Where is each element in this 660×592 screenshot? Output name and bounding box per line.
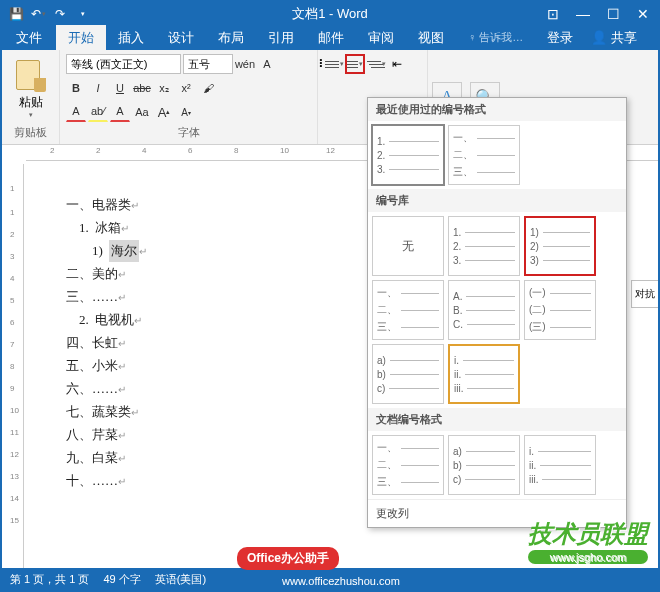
close-button[interactable]: ✕ (628, 2, 658, 25)
numbering-option-cn-caesura[interactable]: 一、二、三、 (372, 435, 444, 495)
numbering-option-abc-upper[interactable]: A.B.C. (448, 280, 520, 340)
ruler-vertical[interactable]: 1 1 2 3 4 5 6 7 8 9 10 11 12 13 14 15 (4, 164, 24, 568)
recent-header: 最近使用过的编号格式 (368, 98, 626, 121)
tab-references[interactable]: 引用 (256, 25, 306, 50)
paste-button[interactable]: 粘贴 ▾ (8, 52, 53, 119)
titlebar: 💾 ↶▾ ↷ ▾ 文档1 - Word ⊡ — ☐ ✕ (2, 2, 658, 25)
tab-home[interactable]: 开始 (56, 25, 106, 50)
watermark-jsgho: 技术员联盟 www.jsgho.com (528, 518, 648, 564)
font-color-2[interactable]: A (110, 102, 130, 122)
tab-mail[interactable]: 邮件 (306, 25, 356, 50)
font-name-combo[interactable]: 等线 (西文正文) (66, 54, 181, 74)
page-status[interactable]: 第 1 页，共 1 页 (10, 572, 89, 587)
doc-formats-header: 文档编号格式 (368, 408, 626, 431)
numbering-option-none[interactable]: 无 (372, 216, 444, 276)
undo-icon[interactable]: ↶▾ (30, 6, 46, 22)
shrink-font-button[interactable]: A▾ (176, 102, 196, 122)
tab-view[interactable]: 视图 (406, 25, 456, 50)
tell-me[interactable]: ♀ 告诉我… (456, 25, 535, 50)
numbering-option-num-dot[interactable]: 1.2.3. (448, 216, 520, 276)
numbering-button[interactable]: ▾ (345, 54, 365, 74)
tab-layout[interactable]: 布局 (206, 25, 256, 50)
numbering-option-cn-paren[interactable]: (一)(二)(三) (524, 280, 596, 340)
redo-icon[interactable]: ↷ (52, 6, 68, 22)
group-clipboard: 粘贴 ▾ 剪贴板 (2, 50, 60, 144)
clear-format-button[interactable]: 🖌 (198, 78, 218, 98)
ribbon-tabs: 文件 开始 插入 设计 布局 引用 邮件 审阅 视图 ♀ 告诉我… 登录 👤 共… (2, 25, 658, 50)
font-label: 字体 (66, 125, 311, 142)
numbering-option-num-paren[interactable]: 1)2)3) (524, 216, 596, 276)
bold-button[interactable]: B (66, 78, 86, 98)
bullets-button[interactable]: ▾ (324, 54, 344, 74)
numbering-option-cn-caesura[interactable]: 一、二、三、 (372, 280, 444, 340)
grow-font-button[interactable]: A▴ (154, 102, 174, 122)
strike-button[interactable]: abc (132, 78, 152, 98)
tab-file[interactable]: 文件 (2, 25, 56, 50)
tab-review[interactable]: 审阅 (356, 25, 406, 50)
numbering-option-cn-caesura[interactable]: 一、二、三、 (448, 125, 520, 185)
highlight-button[interactable]: ab⁄ (88, 102, 108, 122)
save-icon[interactable]: 💾 (8, 6, 24, 22)
numbering-option-num-dot[interactable]: 1.2.3. (372, 125, 444, 185)
login-button[interactable]: 登录 (535, 25, 585, 50)
underline-button[interactable]: U (110, 78, 130, 98)
numbering-option-abc-paren[interactable]: a)b)c) (372, 344, 444, 404)
group-font: 等线 (西文正文) 五号 wén A B I U abc x₂ x² 🖌 A a… (60, 50, 318, 144)
ribbon-options-icon[interactable]: ⊡ (538, 2, 568, 25)
language-status[interactable]: 英语(美国) (155, 572, 206, 587)
multilevel-button[interactable]: ▾ (366, 54, 386, 74)
pinyin-button[interactable]: wén (235, 54, 255, 74)
clipboard-label: 剪贴板 (8, 125, 53, 142)
numbering-option-abc-paren[interactable]: a)b)c) (448, 435, 520, 495)
font-color-button[interactable]: A (66, 102, 86, 122)
border-char-button[interactable]: A (257, 54, 277, 74)
tab-insert[interactable]: 插入 (106, 25, 156, 50)
numbering-option-roman-lower[interactable]: i.ii.iii. (524, 435, 596, 495)
watermark-url1: www.officezhushou.com (282, 575, 400, 587)
minimize-button[interactable]: — (568, 2, 598, 25)
maximize-button[interactable]: ☐ (598, 2, 628, 25)
subscript-button[interactable]: x₂ (154, 78, 174, 98)
word-count[interactable]: 49 个字 (103, 572, 140, 587)
tab-design[interactable]: 设计 (156, 25, 206, 50)
watermark-office: Office办公助手 (237, 547, 339, 570)
italic-button[interactable]: I (88, 78, 108, 98)
change-case-button[interactable]: Aa (132, 102, 152, 122)
library-header: 编号库 (368, 189, 626, 212)
numbering-option-roman-lower[interactable]: i.ii.iii. (448, 344, 520, 404)
share-button[interactable]: 👤 共享 (585, 25, 649, 50)
side-tab[interactable]: 对抗 (631, 280, 658, 308)
qat-customize-icon[interactable]: ▾ (74, 6, 90, 22)
font-size-combo[interactable]: 五号 (183, 54, 233, 74)
numbering-dropdown: 最近使用过的编号格式 1.2.3.一、二、三、 编号库 无1.2.3.1)2)3… (367, 97, 627, 528)
superscript-button[interactable]: x² (176, 78, 196, 98)
window-title: 文档1 - Word (292, 5, 368, 23)
decrease-indent-button[interactable]: ⇤ (387, 54, 407, 74)
